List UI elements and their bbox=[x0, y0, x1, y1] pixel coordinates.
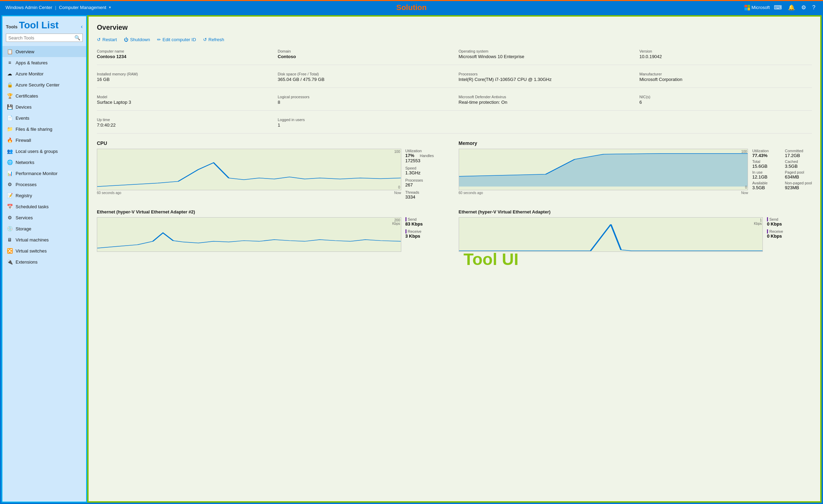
sidebar-item-certificates[interactable]: 🏆Certificates bbox=[2, 90, 86, 101]
network-charts-row: Ethernet (hyper-V Virtual Ethernet Adapt… bbox=[97, 209, 812, 252]
info-value-3-1: 1 bbox=[278, 122, 450, 128]
info-label-2-1: Logical processors bbox=[278, 95, 450, 99]
sidebar-item-azure-monitor[interactable]: ☁Azure Monitor bbox=[2, 68, 86, 79]
ethernet1-graph: 200 Kbps bbox=[97, 217, 401, 252]
search-input[interactable] bbox=[8, 35, 74, 40]
mem-paged-value: 634MB bbox=[785, 174, 812, 180]
info-value-1-1: 365.04 GB / 475.79 GB bbox=[278, 77, 450, 82]
sidebar-item-vm[interactable]: 🖥Virtual machines bbox=[2, 234, 86, 245]
sidebar-item-label-overview: Overview bbox=[16, 49, 34, 54]
info-value-0-3: 10.0.19042 bbox=[639, 54, 812, 59]
terminal-icon[interactable]: ⌨ bbox=[772, 3, 784, 12]
info-item-2-1: Logical processors8 bbox=[278, 95, 450, 105]
sidebar-item-networks[interactable]: 🌐Networks bbox=[2, 157, 86, 168]
memory-x-labels: 60 seconds ago Now bbox=[459, 191, 748, 195]
info-item-3-2 bbox=[459, 118, 631, 128]
sidebar-item-label-devices: Devices bbox=[16, 104, 31, 110]
gear-icon[interactable]: ⚙ bbox=[799, 3, 808, 12]
devices-icon: 💾 bbox=[7, 104, 13, 110]
sidebar-item-local-users[interactable]: 👥Local users & groups bbox=[2, 146, 86, 157]
sidebar-item-storage[interactable]: 💿Storage bbox=[2, 223, 86, 234]
sidebar-item-files[interactable]: 📁Files & file sharing bbox=[2, 123, 86, 135]
app-name: Windows Admin Center bbox=[6, 5, 52, 10]
bell-icon[interactable]: 🔔 bbox=[786, 3, 797, 12]
recv-bar2-icon bbox=[767, 229, 768, 233]
performance-charts-row: CPU 100 0 60 seconds ago Now bbox=[97, 140, 812, 202]
refresh-button[interactable]: ↺ Refresh bbox=[203, 37, 225, 42]
info-value-0-1: Contoso bbox=[278, 54, 450, 59]
sidebar-item-services[interactable]: ⚙Services bbox=[2, 212, 86, 223]
sidebar-item-processes[interactable]: ⚙Processes bbox=[2, 179, 86, 190]
info-item-2-2: Microsoft Defender AntivirusReal-time pr… bbox=[459, 95, 631, 105]
sidebar-collapse-button[interactable]: ‹ bbox=[81, 24, 83, 30]
mem-inuse-value: 12.1GB bbox=[752, 174, 779, 180]
info-label-3-0: Up time bbox=[97, 118, 269, 122]
sidebar-item-performance[interactable]: 📊Performance Monitor bbox=[2, 168, 86, 179]
eth2-send-value: 0 Kbps bbox=[767, 221, 812, 227]
mem-inuse-label: In use bbox=[752, 170, 779, 174]
sidebar-item-apps[interactable]: ≡Apps & features bbox=[2, 57, 86, 68]
firewall-icon: 🔥 bbox=[7, 137, 13, 143]
sidebar-item-vswitches[interactable]: 🔀Virtual switches bbox=[2, 245, 86, 256]
info-value-1-3: Microsoft Corporation bbox=[639, 77, 812, 82]
sidebar-item-events[interactable]: 📄Events bbox=[2, 112, 86, 123]
cpu-handles-label: Handles bbox=[420, 154, 434, 158]
eth2-send-stat: Send 0 Kbps bbox=[767, 217, 812, 227]
info-row-2: ModelSurface Laptop 3Logical processors8… bbox=[97, 95, 812, 111]
info-value-1-0: 16 GB bbox=[97, 77, 269, 82]
cpu-chart-container: 100 0 60 seconds ago Now bbox=[97, 149, 450, 202]
sidebar-item-label-scheduled: Scheduled tasks bbox=[16, 204, 48, 209]
mem-available-value: 3.5GB bbox=[752, 185, 779, 190]
cpu-speed-value: 1.3GHz bbox=[405, 170, 450, 175]
info-value-2-0: Surface Laptop 3 bbox=[97, 100, 269, 105]
main-wrapper: Tools Tool List ‹ 🔍 📋Overview≡Apps & fea… bbox=[0, 14, 823, 504]
shutdown-button[interactable]: ⏻ Shutdown bbox=[124, 37, 150, 42]
page-title: Overview bbox=[97, 24, 812, 31]
info-row-1: Installed memory (RAM)16 GBDisk space (F… bbox=[97, 72, 812, 88]
info-label-1-2: Processors bbox=[459, 72, 631, 76]
memory-y-min: 0 bbox=[745, 185, 747, 189]
sidebar-item-overview[interactable]: 📋Overview bbox=[2, 46, 86, 57]
edit-icon: ✏ bbox=[157, 37, 161, 42]
ethernet2-title: Ethernet (hyper-V Virtual Ethernet Adapt… bbox=[459, 209, 812, 214]
mem-available-label: Available bbox=[752, 181, 779, 185]
vm-icon: 🖥 bbox=[7, 237, 13, 243]
sidebar-item-label-services: Services bbox=[16, 215, 33, 220]
cpu-y-min: 0 bbox=[398, 185, 400, 189]
question-icon[interactable]: ? bbox=[810, 3, 817, 12]
restart-button[interactable]: ↺ Restart bbox=[97, 37, 117, 42]
sidebar-item-label-apps: Apps & features bbox=[16, 60, 48, 65]
info-label-0-2: Operating system bbox=[459, 49, 631, 53]
sidebar-item-registry[interactable]: 📝Registry bbox=[2, 190, 86, 201]
info-item-1-3: ManufacturerMicrosoft Corporation bbox=[639, 72, 812, 82]
memory-y-max: 100 bbox=[741, 150, 747, 154]
sidebar-item-firewall[interactable]: 🔥Firewall bbox=[2, 135, 86, 146]
sidebar-item-label-events: Events bbox=[16, 116, 29, 121]
eth1-recv-label: Receive bbox=[405, 229, 450, 233]
ethernet1-stats: Send 83 Kbps Receive 3 Kbps bbox=[405, 217, 450, 252]
mem-total-label: Total bbox=[752, 159, 779, 164]
sidebar-item-label-certificates: Certificates bbox=[16, 93, 38, 99]
mem-committed-label: Committed bbox=[785, 149, 812, 153]
info-value-2-3: 6 bbox=[639, 100, 812, 105]
recv-bar-icon bbox=[405, 229, 406, 233]
eth2-y-unit: Kbps bbox=[754, 222, 762, 226]
files-icon: 📁 bbox=[7, 126, 13, 132]
sidebar-item-azure-security[interactable]: 🔒Azure Security Center bbox=[2, 79, 86, 90]
local-users-icon: 👥 bbox=[7, 148, 13, 154]
info-item-0-1: DomainContoso bbox=[278, 49, 450, 59]
info-label-0-3: Version bbox=[639, 49, 812, 53]
eth2-recv-value: 0 Kbps bbox=[767, 233, 812, 239]
sidebar-item-devices[interactable]: 💾Devices bbox=[2, 101, 86, 112]
edit-button[interactable]: ✏ Edit computer ID bbox=[157, 37, 196, 42]
info-item-0-2: Operating systemMicrosoft Windows 10 Ent… bbox=[459, 49, 631, 59]
info-label-2-0: Model bbox=[97, 95, 269, 99]
sidebar-item-label-extensions: Extensions bbox=[16, 259, 38, 265]
cpu-stats: Utilization 17% Handles 172553 Speed 1 bbox=[405, 149, 450, 202]
sidebar: Tools Tool List ‹ 🔍 📋Overview≡Apps & fea… bbox=[1, 15, 87, 503]
sidebar-item-scheduled[interactable]: 📅Scheduled tasks bbox=[2, 201, 86, 212]
search-icon[interactable]: 🔍 bbox=[74, 35, 80, 40]
sidebar-item-extensions[interactable]: 🔌Extensions bbox=[2, 256, 86, 267]
section-dropdown-arrow[interactable]: ▾ bbox=[109, 5, 111, 10]
header-right: Microsoft ⌨ 🔔 ⚙ ? bbox=[744, 3, 817, 12]
